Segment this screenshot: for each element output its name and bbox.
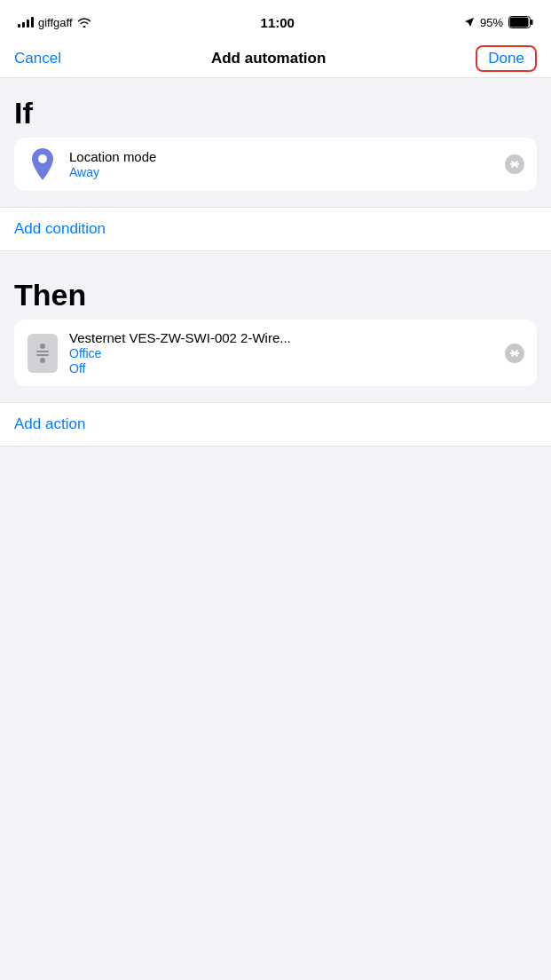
svg-rect-1 <box>531 20 533 25</box>
location-arrow-icon <box>464 17 475 28</box>
wifi-icon <box>77 17 91 28</box>
svg-rect-2 <box>510 18 529 28</box>
action-card[interactable]: Vesternet VES-ZW-SWI-002 2-Wire... Offic… <box>14 320 537 386</box>
condition-label: Location mode <box>69 149 494 164</box>
nav-bar: Cancel Add automation Done <box>0 39 551 78</box>
status-time: 11:00 <box>261 15 295 30</box>
add-condition-row[interactable]: Add condition <box>0 207 551 251</box>
add-action-row[interactable]: Add action <box>0 402 551 447</box>
remove-action-button[interactable] <box>505 344 524 363</box>
carrier-label: giffgaff <box>38 16 73 29</box>
remove-condition-button[interactable] <box>505 154 524 174</box>
then-title: Then <box>14 278 86 312</box>
remove-condition-x-icon <box>510 160 519 169</box>
add-action-button[interactable]: Add action <box>14 415 85 432</box>
if-section-header: If <box>0 78 551 138</box>
svg-point-3 <box>38 154 47 163</box>
battery-icon <box>508 16 533 28</box>
condition-card-content: Location mode Away <box>69 149 494 179</box>
gap-2 <box>0 251 551 260</box>
svg-rect-4 <box>40 172 45 174</box>
gap-1 <box>0 198 551 207</box>
condition-card[interactable]: Location mode Away <box>14 138 537 191</box>
bottom-space <box>0 447 551 766</box>
if-title: If <box>14 96 33 130</box>
action-card-container: Vesternet VES-ZW-SWI-002 2-Wire... Offic… <box>0 320 551 393</box>
status-left: giffgaff <box>18 16 91 29</box>
nav-title: Add automation <box>211 50 326 67</box>
cancel-button[interactable]: Cancel <box>14 50 61 67</box>
gap-3 <box>0 393 551 402</box>
status-bar: giffgaff 11:00 95% <box>0 0 551 39</box>
action-device-state: Off <box>69 361 494 375</box>
action-device-location: Office <box>69 346 494 360</box>
action-card-content: Vesternet VES-ZW-SWI-002 2-Wire... Offic… <box>69 330 494 375</box>
then-section-header: Then <box>0 260 551 320</box>
done-button[interactable]: Done <box>476 45 537 72</box>
condition-card-container: Location mode Away <box>0 138 551 198</box>
condition-value: Away <box>69 165 494 179</box>
action-device-name: Vesternet VES-ZW-SWI-002 2-Wire... <box>69 330 494 345</box>
status-right: 95% <box>464 16 533 29</box>
add-condition-button[interactable]: Add condition <box>14 220 106 237</box>
signal-bars-icon <box>18 17 34 28</box>
battery-label: 95% <box>480 16 503 29</box>
remove-action-x-icon <box>510 349 519 358</box>
location-pin-icon <box>27 148 59 180</box>
switch-device-icon <box>27 337 59 369</box>
